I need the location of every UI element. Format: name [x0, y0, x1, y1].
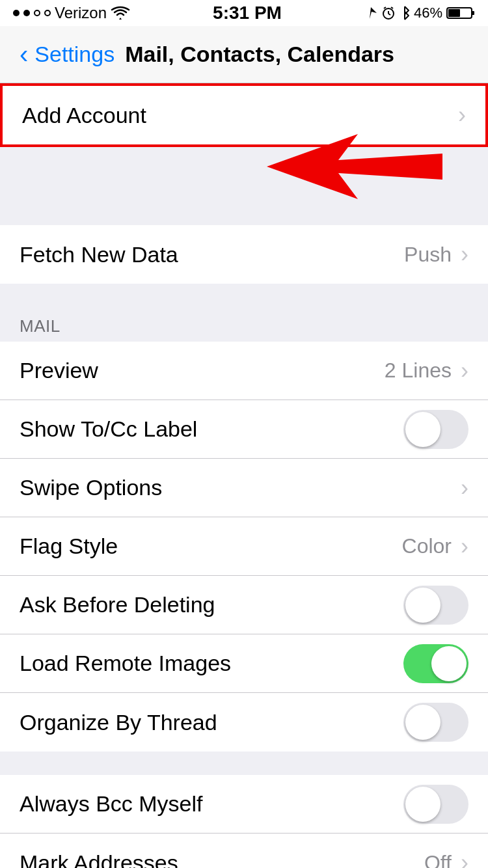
wifi-icon: [111, 6, 130, 20]
svg-rect-6: [472, 11, 474, 15]
always-bcc-toggle[interactable]: [403, 785, 468, 824]
fetch-right: Push ›: [404, 241, 468, 268]
flag-style-label: Flag Style: [20, 534, 118, 559]
add-account-label: Add Account: [22, 103, 146, 128]
ask-before-deleting-toggle[interactable]: [403, 586, 468, 625]
fetch-label: Fetch New Data: [20, 242, 178, 267]
fetch-value: Push: [404, 243, 452, 267]
composing-section: Always Bcc Myself Mark Addresses Off ›: [0, 775, 488, 868]
arrow-wrapper: [0, 147, 488, 225]
status-left: Verizon: [13, 4, 130, 22]
signal-dot-2: [23, 10, 30, 16]
bluetooth-icon: [400, 6, 410, 20]
always-bcc-toggle-thumb: [405, 787, 441, 822]
load-remote-images-label: Load Remote Images: [20, 651, 231, 676]
svg-rect-7: [448, 9, 460, 17]
svg-line-2: [388, 14, 390, 15]
ask-before-deleting-toggle-thumb: [405, 588, 441, 623]
back-label: Settings: [34, 42, 115, 67]
swipe-options-right: ›: [458, 474, 468, 502]
show-tocc-toggle-thumb: [405, 412, 441, 447]
preview-chevron-icon: ›: [461, 357, 468, 385]
mark-addresses-row[interactable]: Mark Addresses Off ›: [0, 834, 488, 868]
back-button[interactable]: ‹ Settings: [20, 40, 115, 69]
flag-style-right: Color ›: [402, 533, 468, 560]
location-icon: [364, 7, 377, 20]
organize-by-thread-toggle[interactable]: [403, 703, 468, 742]
organize-by-thread-row[interactable]: Organize By Thread: [0, 693, 488, 752]
flag-style-value: Color: [402, 534, 452, 558]
gap-2: [0, 752, 488, 775]
always-bcc-row[interactable]: Always Bcc Myself: [0, 775, 488, 834]
ask-before-deleting-label: Ask Before Deleting: [20, 592, 215, 617]
load-remote-images-row[interactable]: Load Remote Images: [0, 634, 488, 693]
svg-line-3: [384, 7, 386, 8]
back-chevron-icon: ‹: [20, 40, 28, 69]
battery-label: 46%: [414, 5, 442, 21]
signal-dot-3: [34, 10, 40, 16]
svg-marker-8: [267, 134, 442, 199]
add-account-chevron-icon: ›: [458, 102, 466, 129]
mark-addresses-right: Off ›: [424, 849, 468, 868]
fetch-chevron-icon: ›: [461, 241, 468, 268]
preview-value: 2 Lines: [385, 359, 452, 383]
signal-dot-4: [44, 10, 51, 16]
status-time: 5:31 PM: [213, 3, 282, 23]
swipe-options-label: Swipe Options: [20, 475, 162, 500]
carrier-label: Verizon: [55, 4, 107, 22]
fetch-section: Fetch New Data Push ›: [0, 225, 488, 284]
status-right: 46%: [364, 5, 475, 21]
alarm-icon: [381, 6, 396, 20]
organize-by-thread-toggle-thumb: [405, 705, 441, 740]
mark-addresses-label: Mark Addresses: [20, 850, 178, 869]
battery-icon: [446, 6, 475, 20]
mark-addresses-chevron-icon: ›: [461, 849, 468, 868]
mail-list-section: Preview 2 Lines › Show To/Cc Label Swipe…: [0, 342, 488, 752]
preview-label: Preview: [20, 358, 98, 383]
mark-addresses-value: Off: [424, 851, 452, 869]
load-remote-images-toggle[interactable]: [403, 644, 468, 683]
flag-style-row[interactable]: Flag Style Color ›: [0, 517, 488, 576]
show-tocc-row[interactable]: Show To/Cc Label: [0, 400, 488, 459]
swipe-options-chevron-icon: ›: [461, 474, 468, 502]
always-bcc-label: Always Bcc Myself: [20, 791, 203, 817]
nav-bar: ‹ Settings Mail, Contacts, Calendars: [0, 26, 488, 83]
preview-right: 2 Lines ›: [385, 357, 468, 385]
show-tocc-toggle[interactable]: [403, 410, 468, 449]
red-arrow-icon: [254, 128, 449, 206]
fetch-new-data-row[interactable]: Fetch New Data Push ›: [0, 225, 488, 284]
flag-style-chevron-icon: ›: [461, 533, 468, 560]
gap-1: [0, 284, 488, 307]
signal-dot-1: [13, 10, 20, 16]
organize-by-thread-label: Organize By Thread: [20, 710, 217, 735]
page-title: Mail, Contacts, Calendars: [125, 42, 394, 67]
svg-line-4: [391, 7, 393, 8]
show-tocc-label: Show To/Cc Label: [20, 416, 197, 442]
preview-row[interactable]: Preview 2 Lines ›: [0, 342, 488, 400]
load-remote-images-toggle-thumb: [431, 646, 467, 681]
ask-before-deleting-row[interactable]: Ask Before Deleting: [0, 576, 488, 634]
status-bar: Verizon 5:31 PM 46%: [0, 0, 488, 26]
mail-section-header: MAIL: [0, 307, 488, 342]
swipe-options-row[interactable]: Swipe Options ›: [0, 459, 488, 517]
